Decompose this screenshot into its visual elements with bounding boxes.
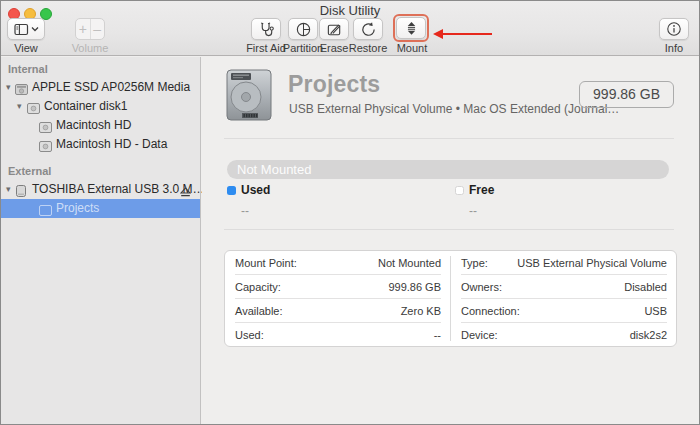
detail-row-device: Device: disk2s2 — [461, 323, 667, 346]
size-badge: 999.86 GB — [579, 81, 674, 108]
disclosure-triangle-icon[interactable]: ▾ — [6, 78, 11, 97]
info-button[interactable] — [659, 18, 689, 40]
detail-label: Owners: — [461, 281, 502, 293]
restore-button[interactable] — [353, 18, 383, 40]
legend-divider — [224, 229, 674, 230]
restore-label: Restore — [340, 42, 396, 54]
details-table: Mount Point: Not Mounted Capacity: 999.8… — [224, 250, 677, 347]
free-label: Free — [469, 183, 494, 197]
sidebar-view-icon — [14, 23, 29, 36]
free-color-swatch — [455, 186, 464, 195]
detail-label: Used: — [235, 329, 264, 341]
sidebar-item-macintosh-hd-data[interactable]: Macintosh HD - Data — [1, 135, 200, 154]
volume-disk-icon — [39, 139, 52, 158]
stethoscope-icon — [258, 21, 275, 38]
used-color-swatch — [227, 186, 236, 195]
volume-subtitle: USB External Physical Volume • Mac OS Ex… — [289, 102, 619, 116]
sidebar-item-container-disk1[interactable]: ▾ Container disk1 — [1, 97, 200, 116]
detail-row-mount-point: Mount Point: Not Mounted — [235, 251, 441, 275]
view-button[interactable] — [7, 18, 45, 40]
free-value: -- — [469, 204, 494, 218]
sidebar-item-toshiba-external[interactable]: ▾ TOSHIBA External USB 3.0 M… — [1, 180, 200, 199]
restore-undo-arrow-icon — [360, 21, 377, 38]
mount-label: Mount — [391, 42, 433, 54]
detail-label: Connection: — [461, 305, 520, 317]
volume-add-remove-control[interactable]: + – — [75, 18, 105, 40]
mount-button[interactable] — [396, 17, 426, 39]
chevron-down-icon — [31, 26, 39, 32]
disk-utility-window: Disk Utility View + – Volume First Aid — [0, 0, 700, 425]
mount-highlight-box — [393, 14, 429, 42]
sidebar-item-label: APPLE SSD AP0256M Media — [32, 78, 190, 97]
details-right-column: Type: USB External Physical Volume Owner… — [451, 251, 676, 346]
detail-value: -- — [434, 329, 441, 341]
detail-value: Disabled — [624, 281, 667, 293]
sidebar-item-label: TOSHIBA External USB 3.0 M… — [32, 180, 205, 199]
disclosure-triangle-icon[interactable]: ▾ — [6, 180, 11, 199]
not-mounted-bar: Not Mounted — [227, 160, 669, 179]
detail-value: USB — [644, 305, 667, 317]
detail-value: Zero KB — [401, 305, 441, 317]
detail-row-owners: Owners: Disabled — [461, 275, 667, 299]
detail-value: 999.86 GB — [388, 281, 441, 293]
sidebar-item-apple-ssd[interactable]: ▾ APPLE SSD AP0256M Media — [1, 78, 200, 97]
volume-disk-icon-faded — [39, 203, 52, 222]
sidebar-item-label: Projects — [56, 199, 99, 218]
first-aid-button[interactable] — [251, 18, 281, 40]
sidebar: Internal ▾ APPLE SSD AP0256M Media ▾ Con… — [1, 57, 201, 424]
sidebar-item-macintosh-hd[interactable]: Macintosh HD — [1, 116, 200, 135]
sidebar-item-label: Macintosh HD - Data — [56, 135, 167, 154]
detail-label: Capacity: — [235, 281, 281, 293]
sidebar-item-label: Macintosh HD — [56, 116, 131, 135]
main-content: Projects USB External Physical Volume • … — [202, 57, 699, 424]
sidebar-item-label: Container disk1 — [44, 97, 127, 116]
partition-button[interactable] — [288, 18, 318, 40]
annotation-arrow-head — [433, 29, 443, 39]
detail-label: Available: — [235, 305, 283, 317]
sidebar-section-external: External — [1, 163, 200, 180]
detail-value: USB External Physical Volume — [517, 257, 667, 269]
detail-label: Device: — [461, 329, 498, 341]
detail-row-type: Type: USB External Physical Volume — [461, 251, 667, 275]
detail-label: Mount Point: — [235, 257, 297, 269]
detail-value: disk2s2 — [630, 329, 667, 341]
header-divider — [224, 138, 674, 139]
window-title: Disk Utility — [1, 3, 699, 18]
view-label: View — [7, 42, 45, 54]
sidebar-section-internal: Internal — [1, 61, 200, 78]
pie-partition-icon — [295, 21, 312, 38]
used-value: -- — [241, 204, 270, 218]
titlebar-toolbar: Disk Utility View + – Volume First Aid — [1, 1, 699, 56]
detail-value: Not Mounted — [378, 257, 441, 269]
legend-free: Free -- — [455, 183, 494, 218]
detail-label: Type: — [461, 257, 488, 269]
disclosure-triangle-icon[interactable]: ▾ — [17, 97, 22, 116]
remove-volume-button[interactable]: – — [91, 19, 105, 39]
add-volume-button[interactable]: + — [76, 19, 91, 39]
used-label: Used — [241, 183, 270, 197]
legend-used: Used -- — [227, 183, 270, 218]
detail-row-connection: Connection: USB — [461, 299, 667, 323]
volume-label: Volume — [70, 42, 110, 54]
detail-row-capacity: Capacity: 999.86 GB — [235, 275, 441, 299]
erase-pencil-icon — [326, 21, 343, 38]
detail-row-used: Used: -- — [235, 323, 441, 346]
annotation-arrow-line — [442, 33, 492, 35]
sidebar-item-projects[interactable]: Projects — [1, 199, 200, 218]
mount-icon — [404, 20, 419, 37]
hard-drive-icon — [226, 69, 272, 125]
erase-button[interactable] — [319, 18, 349, 40]
info-icon — [666, 21, 682, 37]
info-label: Info — [652, 42, 696, 54]
details-left-column: Mount Point: Not Mounted Capacity: 999.8… — [225, 251, 450, 346]
volume-title: Projects — [288, 71, 380, 98]
detail-row-available: Available: Zero KB — [235, 299, 441, 323]
